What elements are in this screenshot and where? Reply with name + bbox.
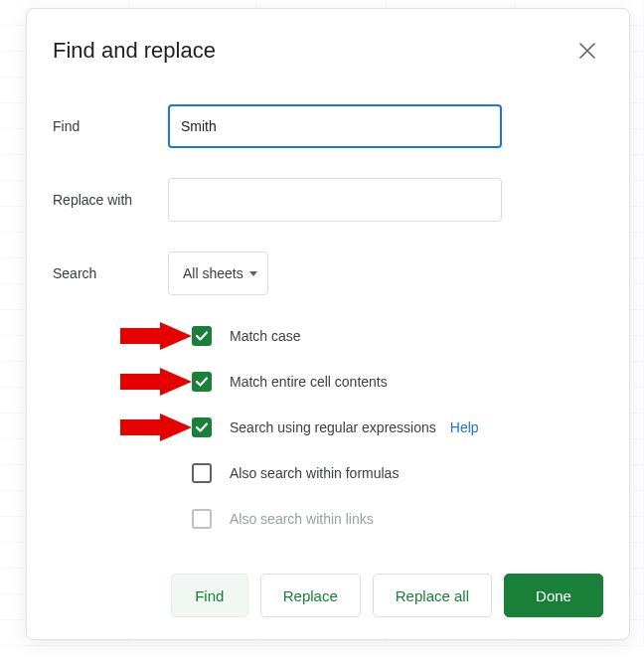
replace-all-button[interactable]: Replace all xyxy=(373,574,492,617)
close-button[interactable] xyxy=(571,35,603,67)
match-case-label: Match case xyxy=(230,328,301,344)
find-replace-dialog: Find and replace Find Replace with Searc… xyxy=(26,8,630,640)
done-button[interactable]: Done xyxy=(504,574,603,617)
regex-label: Search using regular expressions xyxy=(230,419,436,435)
annotation-arrow-icon xyxy=(120,322,192,350)
dialog-title: Find and replace xyxy=(53,38,216,64)
match-case-checkbox[interactable] xyxy=(192,326,212,346)
annotation-arrow-icon xyxy=(120,368,192,396)
regex-checkbox[interactable] xyxy=(192,417,212,437)
svg-marker-1 xyxy=(120,368,192,396)
replace-input[interactable] xyxy=(168,178,502,222)
close-icon xyxy=(579,43,595,59)
chevron-down-icon xyxy=(249,271,257,276)
find-button[interactable]: Find xyxy=(171,574,248,617)
check-icon xyxy=(195,329,209,343)
match-entire-checkbox[interactable] xyxy=(192,372,212,392)
regex-help-link[interactable]: Help xyxy=(450,419,479,435)
find-input[interactable] xyxy=(168,104,502,148)
check-icon xyxy=(195,420,209,434)
search-scope-select[interactable]: All sheets xyxy=(168,251,268,295)
within-formulas-checkbox[interactable] xyxy=(192,463,212,483)
replace-button[interactable]: Replace xyxy=(260,574,361,617)
annotation-arrow-icon xyxy=(120,414,192,441)
search-label: Search xyxy=(53,265,168,281)
replace-label: Replace with xyxy=(53,192,168,208)
check-icon xyxy=(195,375,209,389)
svg-marker-0 xyxy=(120,322,192,350)
svg-marker-2 xyxy=(120,414,192,441)
find-label: Find xyxy=(53,118,168,134)
within-formulas-label: Also search within formulas xyxy=(230,465,399,481)
within-links-label: Also search within links xyxy=(230,511,374,527)
search-scope-value: All sheets xyxy=(183,265,243,281)
match-entire-label: Match entire cell contents xyxy=(230,374,388,390)
within-links-checkbox xyxy=(192,509,212,529)
